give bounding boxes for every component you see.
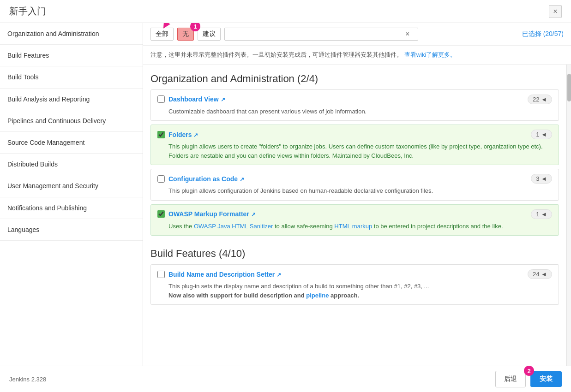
sidebar: Organization and AdministrationBuild Fea… <box>0 23 143 366</box>
sidebar-item-user-mgmt[interactable]: User Management and Security <box>0 175 143 197</box>
plugin-checkbox-build-name-setter[interactable] <box>157 271 165 278</box>
plugin-desc-dashboard-view: Customizable dashboard that can present … <box>157 107 552 116</box>
plugin-header-left-owasp-markup: OWASP Markup Formatter ↗ <box>157 210 256 218</box>
section-heading-build-features: Build Features (4/10) <box>150 239 559 264</box>
plugin-desc-build-name-setter: This plug-in sets the display name and d… <box>157 282 552 300</box>
plugin-checkbox-owasp-markup[interactable] <box>157 210 165 218</box>
plugin-name-dashboard-view[interactable]: Dashboard View ↗ <box>168 95 225 103</box>
section-heading-org-admin: Organization and Administration (2/4) <box>150 65 559 89</box>
plugin-count-build-name-setter: 24 ◄ <box>528 269 552 279</box>
plugin-desc-folders: This plugin allows users to create "fold… <box>157 142 552 160</box>
plugin-item-build-name-setter: Build Name and Description Setter ↗24 ◄T… <box>150 264 559 305</box>
scroll-thumb[interactable] <box>567 74 571 101</box>
plugin-link-icon-folders: ↗ <box>193 132 198 138</box>
back-button[interactable]: 后退 <box>495 371 526 387</box>
install-button[interactable]: 安装 <box>530 371 562 387</box>
plugin-name-folders[interactable]: Folders ↗ <box>168 131 198 138</box>
plugin-item-dashboard-view: Dashboard View ↗22 ◄Customizable dashboa… <box>150 89 559 121</box>
sidebar-item-build-tools[interactable]: Build Tools <box>0 66 143 88</box>
filter-all-button[interactable]: 全部 <box>150 28 174 41</box>
main-layout: Organization and AdministrationBuild Fea… <box>0 23 571 366</box>
plugin-count-owasp-markup: 1 ◄ <box>531 209 552 219</box>
sidebar-item-notifications[interactable]: Notifications and Publishing <box>0 197 143 219</box>
footer: Jenkins 2.328 后退 安装 2 <box>0 366 571 392</box>
plugin-list: Organization and Administration (2/4)Das… <box>143 65 566 366</box>
plugin-desc-owasp-markup: Uses the OWASP Java HTML Sanitizer to al… <box>157 222 552 231</box>
plugin-header-left-dashboard-view: Dashboard View ↗ <box>157 95 225 103</box>
scroll-track <box>566 65 571 366</box>
plugin-item-owasp-markup: OWASP Markup Formatter ↗1 ◄Uses the OWAS… <box>150 204 559 236</box>
plugin-count-folders: 1 ◄ <box>531 130 552 139</box>
sidebar-item-build-features[interactable]: Build Features <box>0 45 143 66</box>
plugin-checkbox-config-as-code[interactable] <box>157 175 165 183</box>
sidebar-item-distributed[interactable]: Distributed Builds <box>0 154 143 175</box>
plugin-header-left-build-name-setter: Build Name and Description Setter ↗ <box>157 271 281 278</box>
plugin-desc-config-as-code: This plugin allows configuration of Jenk… <box>157 186 552 196</box>
filter-none-button[interactable]: 无 <box>177 28 194 41</box>
sidebar-item-pipelines[interactable]: Pipelines and Continuous Delivery <box>0 110 143 132</box>
header: 新手入门 × <box>0 0 571 23</box>
plugin-name-build-name-setter[interactable]: Build Name and Description Setter ↗ <box>168 271 281 278</box>
notice-bar: 注意，这里并未显示完整的插件列表。一旦初始安装完成后，可通过插件管理器安装其他插… <box>143 46 571 65</box>
plugin-header-config-as-code: Configuration as Code ↗3 ◄ <box>157 174 552 184</box>
plugin-link-icon-dashboard-view: ↗ <box>221 96 225 103</box>
plugin-checkbox-folders[interactable] <box>157 131 165 138</box>
plugin-checkbox-dashboard-view[interactable] <box>157 95 165 103</box>
notice-text: 注意，这里并未显示完整的插件列表。一旦初始安装完成后，可通过插件管理器安装其他插… <box>150 51 403 58</box>
plugin-header-dashboard-view: Dashboard View ↗22 ◄ <box>157 95 552 104</box>
plugin-count-config-as-code: 3 ◄ <box>531 174 552 184</box>
version-label: Jenkins 2.328 <box>9 376 46 383</box>
footer-actions: 后退 安装 2 <box>495 371 562 387</box>
content-area: 全部 无 1 建议 × 已选择 ( <box>143 23 571 366</box>
close-button[interactable]: × <box>549 5 562 18</box>
plugin-link-icon-build-name-setter: ↗ <box>276 272 281 278</box>
filter-suggest-button[interactable]: 建议 <box>198 28 221 41</box>
search-clear-button[interactable]: × <box>405 30 409 38</box>
filter-bar: 全部 无 1 建议 × 已选择 ( <box>143 23 571 46</box>
plugin-link-icon-owasp-markup: ↗ <box>251 211 256 218</box>
plugin-item-config-as-code: Configuration as Code ↗3 ◄This plugin al… <box>150 169 559 201</box>
selected-count: 已选择 (20/57) <box>522 30 564 38</box>
plugin-header-left-folders: Folders ↗ <box>157 131 198 138</box>
page-title: 新手入门 <box>9 5 46 18</box>
search-input[interactable] <box>224 28 418 41</box>
plugin-item-folders: Folders ↗1 ◄This plugin allows users to … <box>150 125 559 165</box>
plugin-name-owasp-markup[interactable]: OWASP Markup Formatter ↗ <box>168 210 256 218</box>
sidebar-item-languages[interactable]: Languages <box>0 219 143 241</box>
plugin-name-config-as-code[interactable]: Configuration as Code ↗ <box>168 175 244 183</box>
plugin-link-icon-config-as-code: ↗ <box>240 176 244 183</box>
plugin-header-folders: Folders ↗1 ◄ <box>157 130 552 139</box>
sidebar-item-build-analysis[interactable]: Build Analysis and Reporting <box>0 89 143 110</box>
plugin-header-left-config-as-code: Configuration as Code ↗ <box>157 175 244 183</box>
plugin-count-dashboard-view: 22 ◄ <box>528 95 552 104</box>
notice-link[interactable]: 查看wiki了解更多。 <box>404 51 457 58</box>
sidebar-item-organization[interactable]: Organization and Administration <box>0 23 143 45</box>
sidebar-item-source-code[interactable]: Source Code Management <box>0 132 143 154</box>
plugin-header-owasp-markup: OWASP Markup Formatter ↗1 ◄ <box>157 209 552 219</box>
plugin-header-build-name-setter: Build Name and Description Setter ↗24 ◄ <box>157 269 552 279</box>
